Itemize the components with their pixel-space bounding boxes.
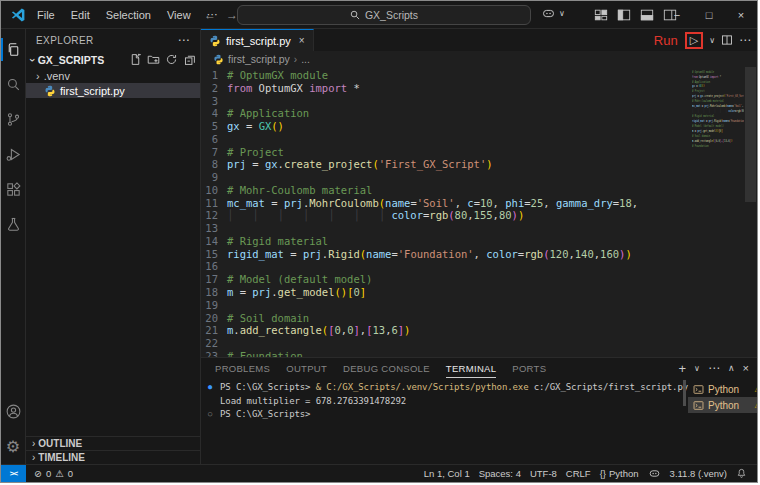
status-indentation[interactable]: Spaces: 4: [479, 468, 521, 479]
more-actions-icon[interactable]: ⋯: [739, 33, 751, 47]
activity-explorer-icon[interactable]: [1, 32, 26, 67]
menu-item[interactable]: View: [159, 9, 199, 21]
split-editor-icon[interactable]: [721, 34, 733, 46]
toggle-sidebar-icon[interactable]: [617, 8, 631, 22]
code-line[interactable]: 12│ │ │ │ │ │ │ color=rgb(80,155,80)): [201, 209, 757, 222]
outline-section[interactable]: › OUTLINE: [26, 436, 200, 450]
status-eol[interactable]: CRLF: [566, 468, 591, 479]
chevron-down-icon: ∨: [559, 9, 565, 18]
run-button[interactable]: ▷: [685, 32, 703, 49]
accounts-icon[interactable]: [1, 394, 26, 429]
code-line[interactable]: 17# Model (default model): [201, 273, 757, 286]
line-number: 22: [201, 337, 227, 350]
terminal-output[interactable]: ●PS C:\GX_Scripts> & C:/GX_Scripts/.venv…: [201, 378, 688, 464]
tree-item-first-script[interactable]: first_script.py: [26, 83, 200, 98]
minimize-button[interactable]: −: [661, 9, 693, 21]
code-line[interactable]: 23# Foundation: [201, 350, 757, 357]
code-line[interactable]: 4# Application: [201, 107, 757, 120]
close-button[interactable]: ×: [725, 9, 757, 21]
workspace-section-header[interactable]: › GX_SCRIPTS: [26, 51, 200, 68]
panel-tab[interactable]: TERMINAL: [446, 358, 496, 378]
code-line[interactable]: 10# Mohr-Coulomb material: [201, 184, 757, 197]
code-line[interactable]: 6: [201, 133, 757, 146]
code-line[interactable]: 20# Soil domain: [201, 312, 757, 325]
close-tab-icon[interactable]: ×: [299, 35, 305, 46]
search-value: GX_Scripts: [365, 9, 418, 21]
new-terminal-icon[interactable]: +: [679, 361, 687, 376]
explorer-more-actions-icon[interactable]: ⋯: [178, 33, 190, 47]
menu-item[interactable]: Selection: [98, 9, 159, 21]
terminal-scrollbar[interactable]: [683, 380, 686, 406]
status-language[interactable]: {} Python: [600, 468, 639, 479]
terminal-profile-chevron-icon[interactable]: ∨: [694, 364, 700, 373]
refresh-icon[interactable]: [165, 53, 178, 66]
menu-item[interactable]: File: [29, 9, 63, 21]
terminal-instance-row[interactable]: Python ⚠: [688, 381, 758, 397]
terminal-instance-row[interactable]: Python ⚠: [688, 397, 758, 413]
breadcrumb[interactable]: first_script.py › ...: [201, 51, 757, 67]
code-line[interactable]: 1# OptumGX module: [201, 69, 757, 82]
customize-layout-icon[interactable]: [594, 8, 608, 22]
command-decoration-icon[interactable]: ●: [208, 381, 212, 395]
chevron-right-icon: ›: [294, 54, 297, 65]
minimap[interactable]: # OptumGX modulefrom OptumGX import *# A…: [692, 69, 744, 194]
code-line[interactable]: 19: [201, 299, 757, 312]
tab-first-script[interactable]: first_script.py ×: [201, 29, 314, 51]
warning-icon: ⚠: [55, 468, 64, 479]
notifications-bell-icon[interactable]: [736, 468, 747, 479]
code-line[interactable]: 5gx = GX(): [201, 120, 757, 133]
code-line[interactable]: 14# Rigid material: [201, 235, 757, 248]
code-line[interactable]: 18m = prj.get_model()[0]: [201, 286, 757, 299]
code-line[interactable]: 22: [201, 337, 757, 350]
command-decoration-icon[interactable]: ○: [208, 408, 212, 422]
back-icon[interactable]: ←: [204, 8, 216, 22]
status-cursor-position[interactable]: Ln 1, Col 1: [424, 468, 470, 479]
panel-more-actions-icon[interactable]: ⋯: [708, 361, 720, 375]
status-python-interpreter[interactable]: 3.11.8 (.venv): [670, 468, 727, 479]
copilot-status-icon[interactable]: [648, 467, 661, 480]
copilot-menu[interactable]: ∨: [541, 6, 565, 21]
run-dropdown-chevron-icon[interactable]: ∨: [709, 36, 715, 45]
activity-extensions-icon[interactable]: [1, 172, 26, 207]
command-center-search[interactable]: GX_Scripts: [237, 5, 531, 25]
activity-testing-icon[interactable]: [1, 207, 26, 242]
panel-tab[interactable]: DEBUG CONSOLE: [343, 358, 430, 378]
activity-source-control-icon[interactable]: [1, 102, 26, 137]
maximize-button[interactable]: □: [693, 9, 725, 21]
settings-gear-icon[interactable]: ⚙: [1, 429, 26, 464]
code-line[interactable]: 11mc_mat = prj.MohrCoulomb(name='Soil', …: [201, 197, 757, 210]
tree-item-venv[interactable]: › .venv: [26, 68, 200, 83]
editor-scrollbar[interactable]: [744, 67, 757, 357]
status-encoding[interactable]: UTF-8: [530, 468, 557, 479]
line-number: 8: [201, 158, 227, 171]
timeline-section[interactable]: › TIMELINE: [26, 450, 200, 464]
maximize-panel-icon[interactable]: ∧: [728, 363, 735, 373]
activity-search-icon[interactable]: [1, 67, 26, 102]
new-folder-icon[interactable]: [147, 53, 160, 66]
code-editor[interactable]: 1# OptumGX module2from OptumGX import *3…: [201, 67, 757, 357]
new-file-icon[interactable]: [129, 53, 142, 66]
breadcrumb-symbol[interactable]: ...: [301, 53, 310, 65]
scrollbar-slider[interactable]: [745, 67, 756, 202]
code-line[interactable]: 13: [201, 222, 757, 235]
code-line[interactable]: 21m.add_rectangle([0,0],[13,6]): [201, 324, 757, 337]
activity-run-debug-icon[interactable]: [1, 137, 26, 172]
code-line[interactable]: 15rigid_mat = prj.Rigid(name='Foundation…: [201, 248, 757, 261]
code-line[interactable]: 7# Project: [201, 146, 757, 159]
code-line[interactable]: 3: [201, 95, 757, 108]
menu-item[interactable]: Edit: [63, 9, 98, 21]
python-file-icon: [213, 54, 224, 65]
panel-tab[interactable]: PROBLEMS: [215, 358, 270, 378]
remote-indicator[interactable]: ><: [1, 465, 26, 482]
toggle-panel-icon[interactable]: [640, 8, 654, 22]
code-line[interactable]: 2from OptumGX import *: [201, 82, 757, 95]
close-panel-icon[interactable]: ×: [743, 362, 749, 374]
collapse-all-icon[interactable]: [183, 53, 196, 66]
code-line[interactable]: 8prj = gx.create_project('First_GX_Scrip…: [201, 158, 757, 171]
code-line[interactable]: 16: [201, 260, 757, 273]
code-line[interactable]: 9: [201, 171, 757, 184]
breadcrumb-file[interactable]: first_script.py: [228, 53, 290, 65]
problems-status[interactable]: ⊘ 0 ⚠ 0: [34, 468, 73, 479]
panel-tab[interactable]: OUTPUT: [286, 358, 327, 378]
panel-tab[interactable]: PORTS: [512, 358, 546, 378]
